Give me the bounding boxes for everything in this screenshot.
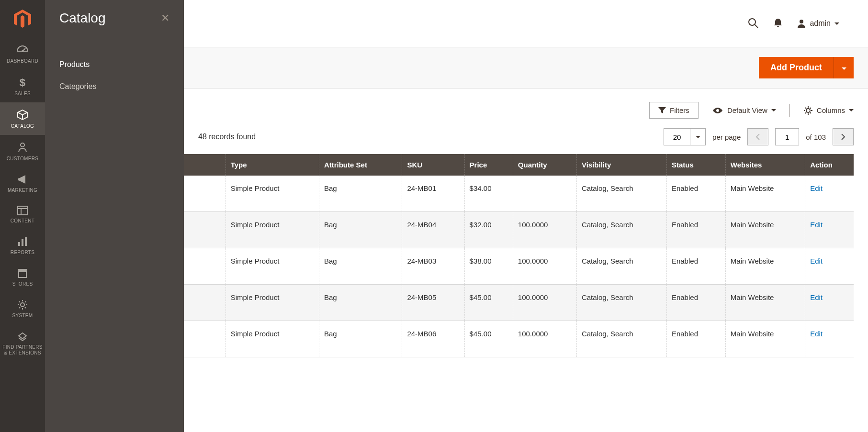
svg-line-13 [755, 24, 758, 28]
nav-label: FIND PARTNERS & EXTENSIONS [2, 344, 43, 356]
nav-dashboard[interactable]: DASHBOARD [0, 38, 45, 70]
cell-stat: Enabled [666, 321, 725, 357]
nav-customers[interactable]: CUSTOMERS [0, 135, 45, 167]
svg-rect-8 [22, 239, 23, 246]
nav-marketing[interactable]: MARKETING [0, 167, 45, 199]
stores-icon [17, 268, 28, 278]
cell-action: Edit [805, 176, 854, 212]
nav-content[interactable]: CONTENT [0, 199, 45, 230]
col-header-action[interactable]: Action [805, 154, 854, 176]
cell-qty: 100.0000 [513, 321, 576, 357]
catalog-submenu: Catalog ✕ Products Categories [45, 0, 184, 432]
nav-label: SALES [14, 91, 31, 97]
nav-catalog[interactable]: CATALOG [0, 102, 45, 135]
default-view-toggle[interactable]: Default View [712, 106, 776, 114]
user-menu[interactable]: admin [797, 19, 839, 28]
add-product-dropdown-toggle[interactable] [834, 57, 854, 78]
cell-type: Simple Product [225, 176, 319, 212]
col-header-price[interactable]: Price [464, 154, 513, 176]
cell-price: $34.00 [464, 176, 513, 212]
avatar-icon [797, 19, 806, 28]
submenu-item-products[interactable]: Products [59, 54, 169, 76]
nav-sales[interactable]: $ SALES [0, 70, 45, 102]
cell-type: Simple Product [225, 285, 319, 321]
cell-action: Edit [805, 285, 854, 321]
col-header-sku[interactable]: SKU [402, 154, 464, 176]
prev-page-button[interactable] [747, 128, 768, 145]
cell-price: $32.00 [464, 212, 513, 248]
eye-icon [712, 107, 723, 114]
nav-stores[interactable]: STORES [0, 261, 45, 293]
nav-label: CUSTOMERS [7, 156, 38, 162]
columns-toggle[interactable]: Columns [803, 106, 854, 115]
svg-point-1 [22, 50, 23, 52]
cell-sku: 24-MB04 [402, 212, 464, 248]
col-header-web[interactable]: Websites [725, 154, 805, 176]
chevron-left-icon [755, 133, 760, 140]
default-view-label: Default View [727, 106, 767, 114]
bell-icon[interactable] [773, 18, 783, 30]
cell-vis: Catalog, Search [576, 212, 666, 248]
cell-vis: Catalog, Search [576, 321, 666, 357]
svg-rect-9 [25, 237, 27, 246]
cell-sku: 24-MB01 [402, 176, 464, 212]
cell-price: $45.00 [464, 321, 513, 357]
nav-label: SYSTEM [12, 313, 33, 319]
cell-action: Edit [805, 248, 854, 285]
col-header-qty[interactable]: Quantity [513, 154, 576, 176]
cell-attr: Bag [319, 285, 402, 321]
cell-web: Main Website [725, 321, 805, 357]
cell-web: Main Website [725, 248, 805, 285]
total-pages-label: of 103 [806, 133, 826, 141]
svg-rect-7 [18, 242, 20, 246]
svg-point-16 [806, 109, 810, 112]
nav-find-partners[interactable]: FIND PARTNERS & EXTENSIONS [0, 324, 45, 362]
cell-attr: Bag [319, 212, 402, 248]
cell-qty [513, 176, 576, 212]
page-number-input[interactable] [775, 128, 799, 145]
col-header-vis[interactable]: Visibility [576, 154, 666, 176]
submenu-title: Catalog [59, 11, 106, 26]
cell-attr: Bag [319, 321, 402, 357]
gear-icon [17, 299, 28, 310]
chevron-down-icon [696, 136, 700, 138]
edit-link[interactable]: Edit [810, 257, 823, 265]
close-icon[interactable]: ✕ [161, 12, 169, 24]
edit-link[interactable]: Edit [810, 330, 823, 338]
add-product-button[interactable]: Add Product [759, 57, 834, 78]
edit-link[interactable]: Edit [810, 184, 823, 192]
svg-point-12 [749, 19, 755, 25]
separator [789, 104, 790, 117]
nav-label: STORES [12, 281, 33, 287]
edit-link[interactable]: Edit [810, 221, 823, 229]
cell-action: Edit [805, 212, 854, 248]
cell-stat: Enabled [666, 248, 725, 285]
magento-logo[interactable] [0, 0, 45, 38]
nav-reports[interactable]: REPORTS [0, 230, 45, 261]
next-page-button[interactable] [833, 128, 854, 145]
per-page-input[interactable] [664, 128, 690, 145]
dollar-icon: $ [19, 77, 26, 88]
submenu-item-categories[interactable]: Categories [59, 76, 169, 98]
cell-type: Simple Product [225, 321, 319, 357]
customers-icon [18, 142, 27, 153]
per-page-dropdown-toggle[interactable] [690, 128, 706, 145]
filters-button[interactable]: Filters [649, 102, 699, 119]
filters-label: Filters [670, 106, 689, 114]
cell-vis: Catalog, Search [576, 176, 666, 212]
nav-system[interactable]: SYSTEM [0, 293, 45, 324]
cell-stat: Enabled [666, 212, 725, 248]
cell-price: $45.00 [464, 285, 513, 321]
chevron-down-icon [834, 22, 839, 25]
search-icon[interactable] [747, 17, 759, 30]
cell-web: Main Website [725, 212, 805, 248]
col-header-attr[interactable]: Attribute Set [319, 154, 402, 176]
col-header-stat[interactable]: Status [666, 154, 725, 176]
col-header-type[interactable]: Type [225, 154, 319, 176]
nav-label: CATALOG [11, 123, 34, 129]
cell-qty: 100.0000 [513, 212, 576, 248]
edit-link[interactable]: Edit [810, 293, 823, 301]
cell-web: Main Website [725, 176, 805, 212]
funnel-icon [658, 107, 666, 114]
nav-label: REPORTS [11, 250, 34, 255]
